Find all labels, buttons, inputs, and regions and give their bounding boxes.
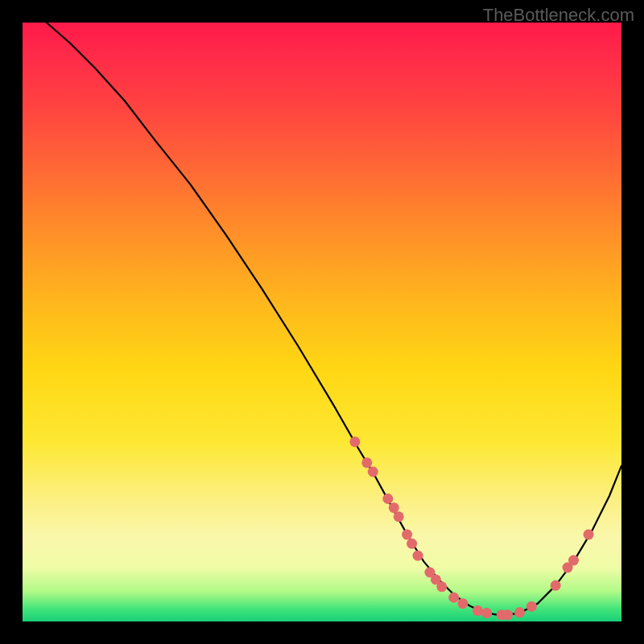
curve-marker xyxy=(394,511,404,522)
bottleneck-curve xyxy=(47,23,621,616)
curve-marker xyxy=(436,581,447,592)
curve-marker xyxy=(502,609,513,620)
curve-marker xyxy=(481,608,492,618)
curve-marker xyxy=(389,502,399,513)
curve-marker xyxy=(551,580,561,591)
curve-marker xyxy=(361,457,372,468)
curve-marker xyxy=(526,601,537,612)
curve-overlay xyxy=(23,23,621,621)
curve-marker xyxy=(514,607,525,617)
curve-marker xyxy=(407,539,417,549)
curve-marker xyxy=(402,530,412,540)
curve-marker xyxy=(349,436,360,447)
curve-marker xyxy=(448,592,459,603)
curve-markers xyxy=(349,436,593,620)
curve-marker xyxy=(473,605,483,616)
curve-marker xyxy=(413,551,423,561)
plot-area xyxy=(23,23,621,621)
watermark-text: TheBottleneck.com xyxy=(483,5,634,26)
curve-marker xyxy=(457,598,468,609)
curve-marker xyxy=(568,555,579,566)
curve-marker xyxy=(584,530,594,540)
curve-marker xyxy=(368,467,378,477)
curve-marker xyxy=(382,493,393,504)
